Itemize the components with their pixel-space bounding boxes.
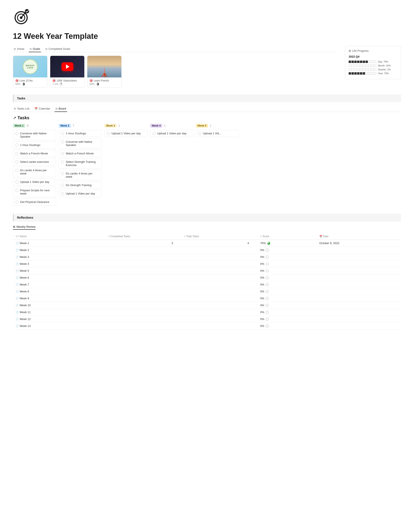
lp-blocks-day	[349, 61, 376, 63]
goals-life-row: ⊞ Areas ⊞ Goals ⊞ Completed Goals WEIGHT…	[13, 46, 401, 87]
review-table-row[interactable]: 📄Week 60%	[13, 274, 401, 281]
task-checkbox[interactable]	[15, 132, 18, 135]
review-table-row[interactable]: 📄Week 110%	[13, 309, 401, 316]
review-row-date	[317, 267, 401, 274]
task-card[interactable]: Select Strength Training Exercise	[59, 158, 102, 169]
task-card[interactable]: Upload 1 Video per day	[104, 130, 148, 137]
score-circle-indicator	[266, 304, 269, 307]
task-card[interactable]: Upload 1 Video per day	[13, 178, 56, 185]
task-card[interactable]: Converse with Native Speaker	[13, 130, 56, 140]
review-row-score: 0%	[258, 281, 317, 288]
play-triangle-icon	[66, 65, 69, 69]
review-table-row[interactable]: 📄Week 80%	[13, 288, 401, 295]
score-value: 0%	[260, 311, 264, 314]
score-value: 0%	[260, 304, 264, 307]
task-card[interactable]: Do cardio 4 times per week	[13, 167, 56, 177]
tab-tasks-list[interactable]: ⊞ Tasks List	[13, 106, 30, 112]
tab-board[interactable]: ⊞ Board	[55, 106, 67, 112]
task-checkbox[interactable]	[61, 152, 64, 155]
review-row-name: 📄Week 6	[13, 274, 106, 281]
goal-progress-french: 50%	[89, 83, 119, 86]
week2-count: 7	[73, 124, 74, 127]
task-checkbox[interactable]	[61, 140, 64, 143]
task-checkbox[interactable]	[61, 161, 64, 163]
review-row-total	[182, 281, 258, 288]
goal-card-youtube[interactable]: 🎯 100K Subscribers 7.1%	[50, 56, 85, 87]
review-table-row[interactable]: 📄Week 130%	[13, 323, 401, 330]
review-row-name: 📄Week 7	[13, 281, 106, 288]
tab-areas[interactable]: ⊞ Areas	[13, 46, 25, 52]
task-checkbox[interactable]	[15, 189, 18, 192]
tab-completed-goals[interactable]: ⊞ Completed Goals	[44, 46, 71, 52]
task-checkbox[interactable]	[15, 161, 18, 163]
task-card[interactable]: Select cardio exercises	[13, 158, 56, 165]
score-value: 0%	[260, 248, 264, 252]
task-checkbox[interactable]	[61, 172, 64, 175]
task-card[interactable]: Do cardio 4 times per week	[59, 170, 102, 180]
lp-label-quarter: Quarter: 2%	[378, 68, 391, 71]
review-table-row[interactable]: 📄Week 100%	[13, 302, 401, 309]
task-checkbox[interactable]	[15, 152, 18, 155]
review-table-row[interactable]: 📄Week 120%	[13, 316, 401, 323]
review-table-row[interactable]: 📄Week 30%	[13, 254, 401, 260]
task-label: Upload 1 Video per day	[157, 132, 187, 135]
review-row-name: 📄Week 2	[13, 247, 106, 254]
task-checkbox[interactable]	[61, 184, 64, 187]
review-row-score: 0%	[258, 288, 317, 295]
review-table-row[interactable]: 📄Week 40%	[13, 260, 401, 267]
task-card[interactable]: Get Physical Clearance	[13, 198, 56, 206]
goal-card-french[interactable]: 🗼 🎯 Learn French 50%	[87, 56, 122, 87]
task-checkbox[interactable]	[61, 132, 64, 135]
life-progress-box: ⊞ Life Progress 2022 Q4 Day:	[345, 46, 401, 79]
task-checkbox[interactable]	[15, 144, 18, 147]
task-card[interactable]: 1 Hour Duolingo	[59, 130, 102, 137]
svg-point-5	[25, 9, 29, 13]
lp-blocks-month	[349, 65, 376, 67]
task-checkbox[interactable]	[15, 169, 18, 172]
lp-block	[349, 72, 351, 75]
review-row-score: 0%	[258, 274, 317, 281]
th-date: 📅 Date	[317, 233, 401, 240]
task-card[interactable]: Upload 1 Video per day	[59, 190, 102, 197]
task-checkbox[interactable]	[61, 192, 64, 195]
column-header-week4: Week 4 1	[150, 124, 193, 128]
review-table-row[interactable]: 📄Week 50%	[13, 267, 401, 274]
lp-block	[349, 61, 351, 63]
lp-label-year: Year: 76%	[378, 72, 389, 75]
review-row-score: 0%	[258, 323, 317, 330]
task-card[interactable]: Upload 1 Video per day	[150, 130, 193, 137]
task-checkbox[interactable]	[15, 180, 18, 183]
review-table-row[interactable]: 📄Week 90%	[13, 295, 401, 302]
task-checkbox[interactable]	[198, 132, 201, 135]
score-circle-indicator	[266, 324, 269, 328]
row-doc-icon: 📄	[16, 318, 19, 321]
score-circle-indicator	[266, 283, 269, 286]
weekly-review-tab[interactable]: ⊞ Weekly Review	[13, 225, 36, 230]
tab-calendar[interactable]: 📅 Calendar	[34, 106, 51, 112]
task-card[interactable]: Prepare Scripts for next week	[13, 187, 56, 197]
task-card[interactable]: Watch a French Movie	[59, 150, 102, 157]
goals-tab-nav: ⊞ Areas ⊞ Goals ⊞ Completed Goals	[13, 46, 336, 52]
task-card[interactable]: 1 Hour Duolingo	[13, 142, 56, 149]
task-card[interactable]: Watch a French Movie	[13, 150, 56, 157]
score-circle-indicator	[266, 311, 269, 314]
task-label: Do Strength Training	[66, 183, 91, 187]
task-checkbox[interactable]	[107, 132, 110, 135]
goal-logo-icon	[13, 9, 30, 26]
completed-col-icon: #	[108, 235, 110, 238]
task-label: Upload 1 Video per day	[20, 180, 49, 183]
tab-goals[interactable]: ⊞ Goals	[29, 46, 41, 52]
goal-card-lose-weight[interactable]: WEIGHT LOSS 🎯 Lose 15 lbs 50%	[13, 56, 47, 87]
review-row-completed	[106, 309, 182, 316]
task-checkbox[interactable]	[152, 132, 155, 135]
review-table-row[interactable]: 📄Week 70%	[13, 281, 401, 288]
lp-block	[366, 72, 368, 75]
task-card[interactable]: Converse with Native Speaker	[59, 138, 102, 149]
review-table-row[interactable]: 📄Week 20%	[13, 247, 401, 254]
task-card[interactable]: Upload 1 Vid...	[196, 130, 239, 137]
review-row-completed	[106, 260, 182, 267]
task-card[interactable]: Do Strength Training	[59, 181, 102, 189]
lp-row-quarter: Quarter: 2%	[349, 68, 397, 71]
review-table-row[interactable]: 📄Week 13475%October 8, 2022	[13, 240, 401, 247]
task-checkbox[interactable]	[15, 200, 18, 204]
